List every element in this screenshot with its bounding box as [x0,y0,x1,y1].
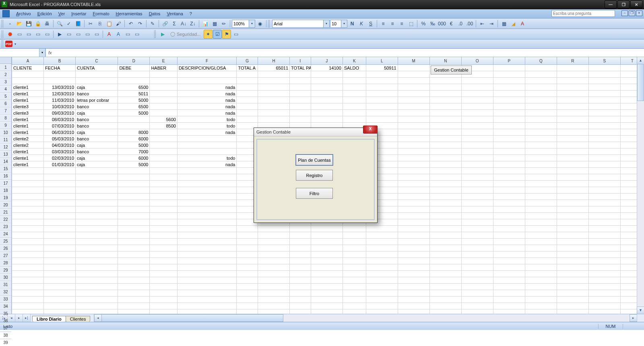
cell[interactable] [493,155,525,161]
cell[interactable]: FECHA [44,65,76,71]
cell[interactable] [429,303,461,309]
cell[interactable] [258,226,290,232]
row-header[interactable]: 27 [0,252,11,260]
cell[interactable] [461,271,493,277]
cell[interactable] [366,91,398,97]
cell[interactable] [12,226,44,232]
cell[interactable] [150,142,177,148]
cell[interactable] [44,264,76,271]
sort-asc-icon[interactable]: A↓ [179,19,188,28]
cell[interactable] [557,239,588,245]
cell[interactable]: 03/03/2010 [44,148,76,155]
cell[interactable] [429,206,461,213]
cell[interactable] [290,303,311,309]
cell[interactable] [557,155,588,161]
cell[interactable] [76,277,118,284]
align-right-icon[interactable]: ≡ [397,19,406,28]
cell[interactable] [557,174,588,181]
cell[interactable] [557,84,588,91]
cell[interactable] [44,213,76,219]
cell[interactable] [118,245,150,251]
cell[interactable] [290,232,311,239]
cell[interactable] [525,309,557,314]
column-header[interactable]: C [76,57,118,65]
decrease-indent-icon[interactable]: ⇤ [478,19,487,28]
cell[interactable] [588,297,620,303]
cell[interactable] [258,258,290,264]
bold-icon[interactable]: N [348,19,357,28]
cell[interactable] [588,155,620,161]
cell[interactable] [76,245,118,251]
cell[interactable] [311,245,343,251]
cell[interactable] [557,284,588,290]
cell[interactable] [150,213,177,219]
cell[interactable]: cliente1 [12,97,44,103]
cell[interactable] [177,187,237,194]
cell[interactable] [588,239,620,245]
column-header[interactable]: N [429,57,461,65]
cell[interactable] [118,123,150,129]
cell[interactable] [620,297,637,303]
align-left-icon[interactable]: ≡ [379,19,388,28]
cell[interactable]: 6500 [118,103,150,110]
cell[interactable] [150,187,177,194]
cell[interactable] [398,174,429,181]
cell[interactable] [493,181,525,187]
cell[interactable] [118,181,150,187]
cell[interactable] [620,264,637,271]
cell[interactable] [588,116,620,123]
cell[interactable] [429,155,461,161]
cell[interactable] [177,174,237,181]
cell[interactable] [366,103,398,110]
cell[interactable] [429,194,461,200]
cell[interactable] [525,251,557,258]
cell[interactable] [429,148,461,155]
menu-formato[interactable]: Formato [90,10,113,17]
cell[interactable] [588,258,620,264]
cell[interactable] [290,97,311,103]
chevron-down-icon[interactable]: ▾ [341,20,347,27]
cell[interactable] [493,187,525,194]
cell[interactable] [493,110,525,116]
row-header[interactable]: 17 [0,180,11,187]
cell[interactable] [12,309,44,314]
cell[interactable] [290,284,311,290]
cell[interactable]: cliente3 [12,103,44,110]
cell[interactable] [237,97,258,103]
cell[interactable] [44,226,76,232]
menu-ventana[interactable]: Ventana [163,10,186,17]
cell[interactable] [258,251,290,258]
cell[interactable] [461,303,493,309]
cell[interactable] [150,239,177,245]
cell[interactable] [461,116,493,123]
cell[interactable] [525,123,557,129]
cell[interactable] [311,251,343,258]
row-header[interactable]: 26 [0,245,11,252]
cell[interactable] [461,239,493,245]
cell[interactable] [150,91,177,97]
open-icon[interactable]: 📂 [15,19,24,28]
cell[interactable] [620,84,637,91]
cell[interactable] [118,219,150,226]
borders-icon[interactable]: ▦ [500,19,508,28]
cell[interactable] [620,226,637,232]
cell[interactable] [12,297,44,303]
cell[interactable] [557,206,588,213]
cell[interactable] [398,239,429,245]
row-header[interactable]: 6 [0,100,11,107]
cell[interactable] [493,277,525,284]
cell[interactable] [398,136,429,142]
cell[interactable] [311,309,343,314]
cell[interactable]: 6000 [118,136,150,142]
cell[interactable] [493,123,525,129]
sheet-tab-libro-diario[interactable]: Libro Diario [32,316,66,322]
cell[interactable]: cliente1 [12,155,44,161]
cell[interactable] [525,226,557,232]
cell[interactable] [258,71,290,78]
cell[interactable] [118,264,150,271]
cell[interactable] [429,181,461,187]
cell[interactable]: 50911 [366,65,398,71]
cell[interactable] [620,290,637,297]
maximize-button[interactable]: ❐ [617,0,630,8]
cell[interactable] [588,123,620,129]
